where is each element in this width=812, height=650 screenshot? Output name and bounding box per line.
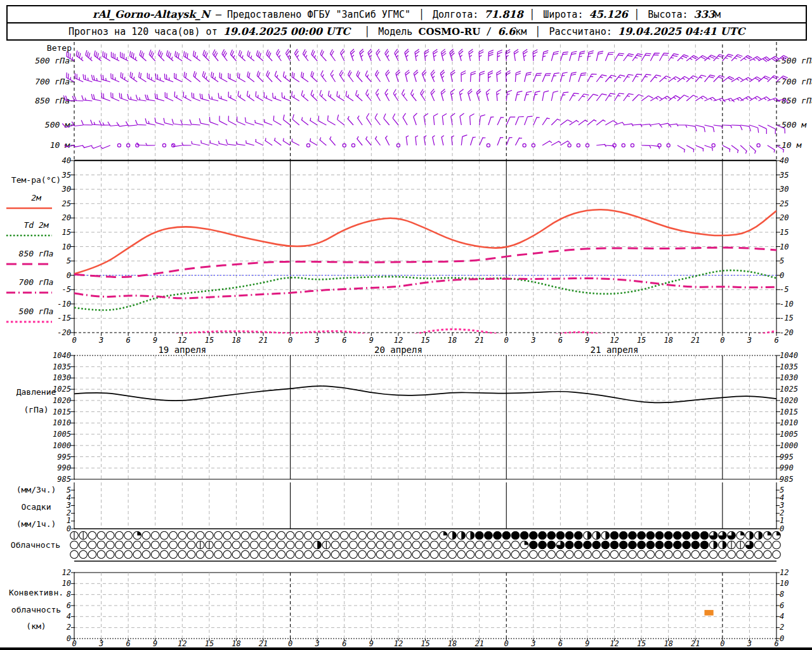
label: 850 гПа bbox=[19, 249, 54, 258]
label: 6 bbox=[342, 639, 346, 648]
label: 1030 bbox=[53, 373, 71, 382]
label: -15 bbox=[780, 314, 794, 322]
label: 1015 bbox=[53, 408, 71, 416]
label: 18 bbox=[232, 336, 240, 345]
label: 3 bbox=[315, 639, 320, 648]
label: -10 bbox=[780, 300, 794, 308]
label: 18 bbox=[664, 639, 672, 648]
label: 18 bbox=[448, 639, 457, 648]
label: -10 bbox=[57, 300, 71, 308]
label: 15 bbox=[62, 228, 71, 237]
label: 1025 bbox=[780, 385, 798, 394]
label: 1005 bbox=[53, 430, 71, 439]
label: облачность bbox=[11, 605, 61, 614]
label: 9 bbox=[369, 639, 374, 648]
label: 12 bbox=[394, 639, 403, 648]
label: 3 bbox=[747, 336, 752, 345]
label: 20 bbox=[780, 213, 789, 222]
label: 18 bbox=[232, 639, 240, 648]
label: 10 м bbox=[782, 140, 802, 150]
label: 0 bbox=[504, 336, 509, 345]
header-separator: │ bbox=[532, 26, 549, 37]
label: 1035 bbox=[780, 362, 798, 371]
label: 995 bbox=[780, 453, 794, 461]
header-separator: │ bbox=[416, 9, 427, 20]
label: 15 bbox=[421, 639, 429, 648]
label: (км) bbox=[26, 621, 46, 631]
label: 10 м bbox=[50, 140, 70, 150]
label: 25 bbox=[780, 199, 789, 208]
label: 1015 bbox=[780, 408, 798, 416]
header-text: Широта: bbox=[537, 9, 589, 20]
label: 6 bbox=[558, 336, 563, 345]
label: 15 bbox=[780, 228, 789, 237]
label: (мм/1ч.) bbox=[16, 519, 56, 529]
label: 0 bbox=[67, 524, 71, 533]
label: 0 bbox=[504, 639, 509, 648]
label: 12 bbox=[178, 336, 187, 345]
label: 0 bbox=[780, 271, 784, 280]
label: 1000 bbox=[53, 441, 71, 450]
convective-label: Конвективн.облачность(км) bbox=[9, 588, 63, 631]
label: 3 bbox=[747, 639, 752, 648]
wind-panel: Ветер500 гПа500 гПа700 гПа700 гПа850 гПа… bbox=[35, 42, 812, 161]
precipitation-label: (мм/3ч.)Осадки(мм/1ч.) bbox=[16, 485, 56, 529]
label: 8 bbox=[67, 590, 71, 599]
label: 1020 bbox=[53, 396, 71, 405]
label: Конвективн. bbox=[9, 588, 63, 597]
label: 500 м bbox=[45, 120, 70, 129]
label: 3 bbox=[98, 639, 103, 648]
label: 35 bbox=[779, 171, 789, 180]
label: 1010 bbox=[780, 418, 798, 427]
label: 2 bbox=[67, 623, 71, 632]
header: rAl_Gorno-Altaysk_N — Предоставлено ФГБУ… bbox=[6, 5, 807, 41]
header-line-1: rAl_Gorno-Altaysk_N — Предоставлено ФГБУ… bbox=[8, 6, 806, 22]
label: 21 bbox=[691, 336, 700, 345]
label: 25 bbox=[62, 199, 71, 208]
label: 4 bbox=[780, 612, 784, 621]
label: 18 bbox=[448, 336, 457, 345]
label: 0 bbox=[72, 336, 76, 345]
label: 10 bbox=[780, 242, 789, 251]
header-text: м bbox=[715, 9, 721, 20]
label: 9 bbox=[153, 336, 157, 345]
label: 0 bbox=[720, 639, 724, 648]
label: 6 bbox=[126, 336, 131, 345]
label: 0 bbox=[780, 524, 784, 533]
label: Ветер bbox=[47, 43, 72, 53]
header-text: Высота: bbox=[642, 9, 693, 20]
label: 2м bbox=[31, 193, 42, 202]
label: 12 bbox=[178, 639, 187, 648]
label: (гПа) bbox=[23, 405, 48, 415]
label: 500 м bbox=[782, 120, 807, 129]
header-text: rAl_Gorno-Altaysk_N bbox=[93, 8, 210, 20]
label: 21 апреля bbox=[591, 345, 639, 355]
label: 0 bbox=[720, 336, 724, 345]
label: 21 bbox=[691, 639, 700, 648]
label: 19 апреля bbox=[158, 345, 206, 355]
label: 10 bbox=[780, 579, 789, 588]
pressure-panel: 1040104010351035103010301025102510201020… bbox=[53, 351, 798, 484]
header-text: 71.818 bbox=[484, 8, 527, 20]
label: (мм/3ч.) bbox=[16, 485, 56, 494]
label: 700 гПа bbox=[782, 77, 812, 86]
label: 18 bbox=[664, 336, 672, 345]
label: 3 bbox=[530, 336, 535, 345]
label: 20 bbox=[62, 213, 71, 222]
label: 9 bbox=[585, 639, 589, 648]
label: 21 bbox=[259, 336, 268, 345]
header-text: Модель bbox=[378, 26, 418, 37]
label: 21 bbox=[259, 639, 268, 648]
label: -20 bbox=[57, 328, 71, 337]
header-separator: │ bbox=[527, 9, 537, 20]
label: 40 bbox=[62, 156, 71, 165]
label: 40 bbox=[780, 156, 789, 165]
label: Тем-ра(°C) bbox=[11, 175, 61, 185]
label: 500 гПа bbox=[35, 56, 70, 65]
label: 1035 bbox=[53, 362, 71, 371]
label: Облачность bbox=[11, 540, 60, 550]
label: 1010 bbox=[53, 418, 71, 427]
label: Давление bbox=[16, 387, 56, 397]
header-text: COSMO-RU bbox=[418, 26, 480, 37]
label: 985 bbox=[57, 475, 71, 484]
